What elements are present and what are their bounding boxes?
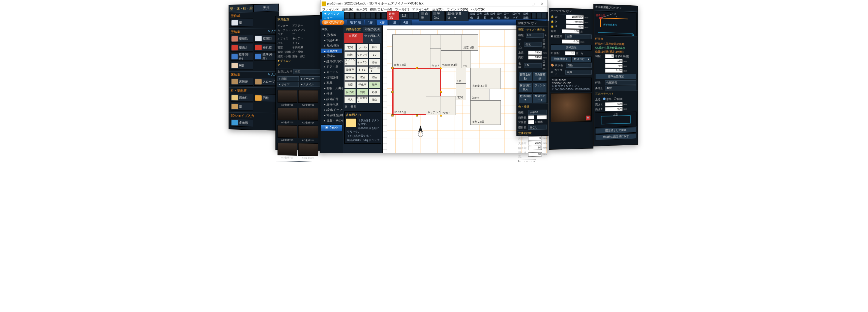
tool-line-icon[interactable] xyxy=(409,13,413,19)
opt-グリッド[interactable]: ☑グリッド xyxy=(513,12,522,20)
cat-select[interactable]: 家具 xyxy=(565,70,592,75)
menu-表示(V)[interactable]: 表示(V) xyxy=(356,7,367,12)
node-設備/ドーマー[interactable]: ▸ 設備/ドーマー xyxy=(321,107,342,113)
plan-room[interactable]: 浴室 2畳 xyxy=(462,34,478,50)
rotate-icon[interactable]: ⟳ xyxy=(551,51,553,55)
plan-room[interactable]: 洗面室 2.4畳 xyxy=(441,50,462,68)
chip-壁開口[interactable]: 壁開口 xyxy=(254,34,277,42)
tool-pointer-icon[interactable] xyxy=(345,13,349,19)
room-ホール[interactable]: ホール xyxy=(357,44,368,50)
room-和室[interactable]: 和室 xyxy=(369,81,380,88)
pattern-select[interactable]: 水平02 xyxy=(528,110,547,115)
pill-favorites[interactable]: ☆ お気に入り xyxy=(363,33,381,43)
pw-field[interactable]: 1859.982 xyxy=(566,15,584,20)
pitch-field[interactable]: 6 xyxy=(605,54,614,58)
ang-field[interactable]: 180 xyxy=(562,29,579,34)
tool-cut-icon[interactable] xyxy=(366,13,370,19)
plan-room[interactable] xyxy=(430,34,441,49)
name-select[interactable]: LD xyxy=(524,63,542,68)
thumb-AD食卓T01[interactable]: AD食卓T01 xyxy=(278,90,297,107)
room-LD[interactable]: LD xyxy=(369,51,380,58)
revert-button[interactable]: 登録時の設定値に戻す xyxy=(595,133,636,140)
cat-アフター[interactable]: アフター xyxy=(292,24,307,28)
plan-room[interactable] xyxy=(441,34,462,50)
floor-4層[interactable]: 4層 xyxy=(400,20,411,25)
molding-button[interactable]: モールディング なし xyxy=(518,160,536,162)
snap-button[interactable]: 吸着 ON xyxy=(386,11,399,20)
tab-ceiling[interactable]: 天井 xyxy=(254,4,279,12)
chip-四角柱[interactable]: 四角柱 xyxy=(230,94,253,102)
radio-horiz[interactable] xyxy=(603,97,606,100)
std-pos-button[interactable]: 基準位置指定 xyxy=(595,74,636,79)
roof-v3[interactable]: 6160 xyxy=(605,69,623,73)
magnify-icon[interactable]: 🔍 xyxy=(586,115,590,120)
tool-zoomin-icon[interactable] xyxy=(536,13,541,19)
node-住宅設備[interactable]: ▸ 住宅設備 xyxy=(321,75,342,80)
room-子供室[interactable]: 子供室 xyxy=(357,81,368,88)
resize-handle[interactable] xyxy=(392,91,394,93)
thumb-AD食卓U01[interactable]: AD食卓U01 xyxy=(298,143,318,160)
room-仏間[interactable]: 仏間 xyxy=(357,89,368,96)
thumb-AD食卓T06[interactable]: AD食卓T06 xyxy=(298,126,318,142)
room-キッチン[interactable]: キッチン xyxy=(357,59,368,66)
polygon-button[interactable] xyxy=(346,118,357,127)
kind-select[interactable]: LD xyxy=(526,33,544,38)
cat-花・植物[interactable]: 花・植物 xyxy=(292,50,307,54)
tool-copy-icon[interactable] xyxy=(371,13,375,19)
filter-kind[interactable]: ▸ 種類 xyxy=(278,76,299,81)
cat-寝室[interactable]: 寝室 xyxy=(278,45,291,49)
cat-造形・線分[interactable]: 造形・線分 xyxy=(292,55,307,58)
pencil-icon[interactable]: ✎ xyxy=(545,34,547,37)
chip-円柱[interactable]: 円柱 xyxy=(254,94,277,102)
parts-num-move[interactable]: 数値移動 ▾ xyxy=(551,56,571,62)
node-ドア・窓[interactable]: ▸ ドア・窓 xyxy=(321,64,342,69)
plan-room[interactable]: キッチン 3.7畳 xyxy=(426,96,441,115)
chip-壁高さ[interactable]: 壁高さ xyxy=(230,44,253,51)
roof-v2[interactable]: 750 xyxy=(605,64,623,68)
room-押入[interactable]: 押入 xyxy=(344,96,356,103)
parts-detail-button[interactable]: 詳細設定 xyxy=(551,44,592,50)
eave-select[interactable]: 勾配軒天 xyxy=(605,80,636,85)
tool-dim-icon[interactable] xyxy=(414,13,418,19)
btn-floor-area[interactable]: 床面積に算入 xyxy=(518,83,532,92)
tool-undo-icon[interactable] xyxy=(355,13,360,19)
tab-rect-room[interactable]: 四角形配置 xyxy=(344,27,363,32)
room-物入[interactable]: 物入 xyxy=(369,96,380,103)
node-壁/敷地[interactable]: ▸ 壁/敷地 xyxy=(321,32,342,38)
chip-床段差[interactable]: 床段差 xyxy=(230,78,253,85)
h1-field[interactable]: 600 xyxy=(605,102,623,107)
opt-補助線[interactable]: ☑補助線 xyxy=(523,12,531,20)
opt-設備[interactable]: ☑設備 xyxy=(470,12,476,20)
plan-room[interactable]: 寝室 8.0畳 xyxy=(392,34,430,68)
parts-num-copy[interactable]: 数値コピー ▾ xyxy=(571,56,592,62)
eqline-button[interactable]: ▥ 等分線 xyxy=(431,11,445,21)
size-select[interactable]: 任意 xyxy=(524,42,542,47)
minimize-button[interactable]: — xyxy=(520,1,528,7)
favorites-link[interactable]: お気に入り xyxy=(278,69,292,74)
node-設備記号[interactable]: ▸ 設備記号 xyxy=(321,96,342,102)
cat-雑貨・小物[interactable]: 雑貨・小物 xyxy=(278,55,291,58)
thru-check[interactable]: ☐透過 xyxy=(535,120,543,124)
room-ｺﾝｻﾊﾞﾄﾘｰｽ[interactable]: ｺﾝｻﾊﾞﾄﾘｰｽ xyxy=(369,66,380,73)
chip-垂れ壁[interactable]: 垂れ壁 xyxy=(254,43,277,51)
node-簡易構造診断[interactable]: ▸ 簡易構造診断 xyxy=(321,113,342,118)
node-敷地/道路[interactable]: ▸ 敷地/道路 xyxy=(321,43,342,48)
tatami-select[interactable]: 畳なし xyxy=(528,125,547,130)
node-屋根作成[interactable]: ▸ 屋根作成 xyxy=(321,102,342,107)
btn-num-copy[interactable]: 数値コピー ▾ xyxy=(533,94,547,103)
resize-handle[interactable] xyxy=(416,114,418,116)
thumb-AD食卓T05[interactable]: AD食卓T05 xyxy=(278,125,297,142)
chip-多角形[interactable]: 多角形 xyxy=(230,118,253,127)
menu-ヘルプ(H)[interactable]: ヘルプ(H) xyxy=(471,7,486,12)
chip-スロープ[interactable]: スロープ xyxy=(254,78,277,86)
ww-field[interactable]: 60 xyxy=(528,145,542,150)
tool-folder-icon[interactable] xyxy=(376,13,381,19)
rot-field[interactable]: 15 xyxy=(565,51,575,56)
dispcolor-select[interactable]: 自動 xyxy=(566,63,592,68)
plan-room[interactable]: UP xyxy=(456,68,466,83)
ch-field[interactable]: 2500 xyxy=(528,141,542,145)
plan-room[interactable]: ｸﾛｾｯﾄ xyxy=(430,49,441,68)
tool-redo-icon[interactable] xyxy=(361,13,365,19)
thumb-AD食卓T02[interactable]: AD食卓T02 xyxy=(298,90,318,107)
opt-寸法線[interactable]: ☑寸法線 xyxy=(504,12,511,20)
